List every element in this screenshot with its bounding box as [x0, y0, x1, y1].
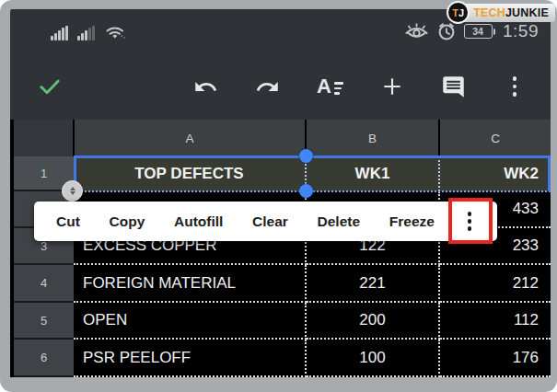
screenshot-stage: 34 1:59 A — [0, 0, 557, 392]
eye-comfort-icon — [404, 23, 429, 40]
wifi-icon — [104, 23, 126, 40]
toolbar-overflow-button[interactable] — [503, 72, 527, 101]
cell-c1[interactable]: WK2 — [440, 156, 551, 191]
text-format-button[interactable]: A — [317, 72, 343, 101]
toolbar-actions: A — [193, 72, 527, 101]
cell-b1[interactable]: WK1 — [307, 156, 440, 191]
cell-a1[interactable]: TOP DEFECTS — [74, 156, 307, 191]
sheet-row-1: 1 TOP DEFECTS WK1 WK2 — [14, 156, 551, 191]
cell-b6[interactable]: 100 — [307, 340, 440, 377]
undo-button[interactable] — [193, 72, 218, 101]
cell-a6[interactable]: PSR PEELOFF — [74, 340, 307, 377]
menu-overflow-button[interactable] — [464, 210, 475, 232]
cell-a5[interactable]: OPEN — [74, 303, 307, 340]
status-left-icons — [51, 23, 126, 40]
selection-handle-top[interactable] — [299, 149, 313, 163]
techjunkie-logo: TJ TECHJUNKIE — [447, 1, 555, 24]
vertical-dots-icon — [513, 76, 517, 97]
battery-level: 34 — [472, 26, 483, 37]
techjunkie-wordmark: TECHJUNKIE — [458, 4, 555, 22]
comment-button[interactable] — [441, 72, 466, 101]
status-right-icons: 34 1:59 — [404, 21, 539, 41]
menu-item-cut[interactable]: Cut — [56, 213, 80, 230]
cell-context-menu: Cut Copy Autofill Clear Delete Freeze — [34, 202, 497, 241]
cell-b4[interactable]: 221 — [307, 265, 440, 303]
row-header-5[interactable]: 5 — [14, 303, 74, 340]
row-header-4[interactable]: 4 — [14, 265, 74, 303]
sheet-row-5: 5 OPEN 200 112 — [14, 303, 551, 340]
row-drag-handle[interactable] — [62, 180, 83, 202]
cell-a4[interactable]: FOREIGN MATERIAL — [74, 265, 307, 303]
cell-c6[interactable]: 176 — [440, 340, 551, 377]
sheet-row-6: 6 PSR PEELOFF 100 176 — [14, 340, 551, 377]
cellular-signal-icon — [51, 26, 68, 40]
grid-corner-cell[interactable] — [14, 120, 73, 156]
sheet-row-4: 4 FOREIGN MATERIAL 221 212 — [14, 265, 551, 303]
menu-item-freeze[interactable]: Freeze — [389, 213, 435, 230]
cell-b5[interactable]: 200 — [307, 303, 440, 340]
selection-handle-bottom[interactable] — [299, 184, 313, 198]
menu-item-clear[interactable]: Clear — [252, 213, 288, 230]
sheets-toolbar: A — [10, 53, 551, 120]
done-check-button[interactable] — [36, 72, 64, 101]
row-header-6[interactable]: 6 — [14, 340, 74, 377]
techjunkie-badge: TJ — [447, 1, 470, 24]
alarm-clock-icon — [436, 21, 457, 41]
column-header-a[interactable]: A — [75, 120, 305, 156]
cell-c4[interactable]: 212 — [440, 265, 551, 303]
clock-time: 1:59 — [503, 21, 539, 41]
redo-button[interactable] — [255, 72, 280, 101]
menu-item-copy[interactable]: Copy — [110, 213, 145, 230]
add-button[interactable] — [380, 72, 404, 101]
menu-item-autofill[interactable]: Autofill — [174, 213, 223, 230]
cell-c5[interactable]: 112 — [440, 303, 551, 340]
cellular-signal-2-icon — [77, 26, 95, 40]
column-header-c[interactable]: C — [440, 120, 551, 156]
menu-item-delete[interactable]: Delete — [318, 213, 361, 230]
battery-icon: 34 — [464, 24, 496, 39]
column-header-b[interactable]: B — [307, 120, 438, 156]
